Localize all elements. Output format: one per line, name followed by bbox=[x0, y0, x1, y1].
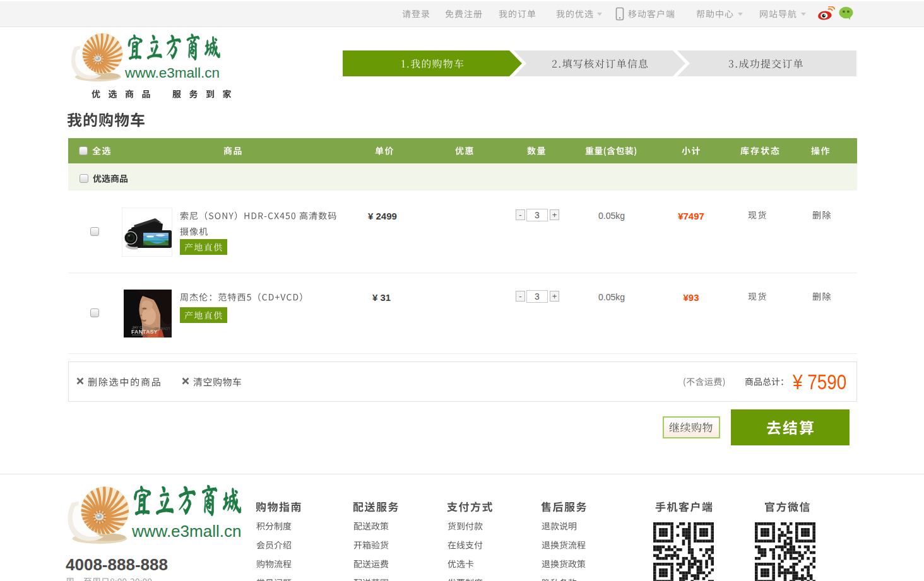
svg-text:FANTASY: FANTASY bbox=[131, 329, 158, 335]
svg-text:LOVE MC: LOVE MC bbox=[154, 327, 170, 331]
